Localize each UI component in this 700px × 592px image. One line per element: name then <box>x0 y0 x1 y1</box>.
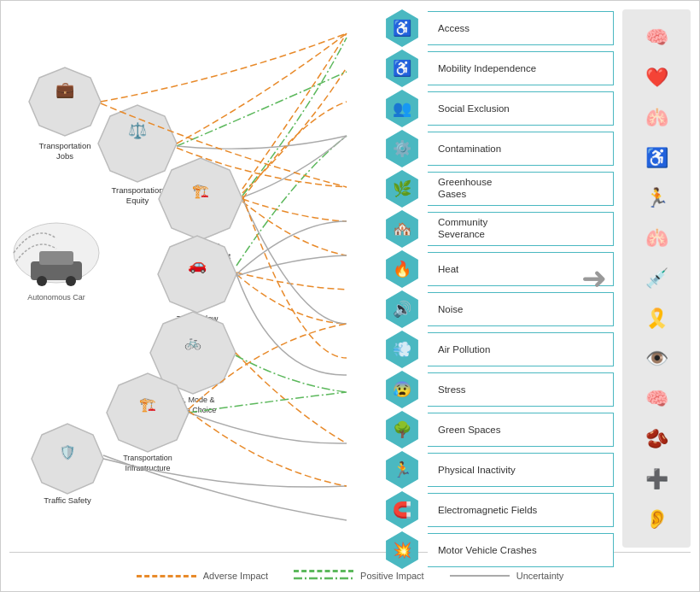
legend-adverse: Adverse Impact <box>137 571 268 581</box>
svg-rect-13 <box>31 261 82 280</box>
social-hex-icon: 👥 <box>383 90 421 127</box>
greenhouse-label: GreenhouseGases <box>428 172 614 206</box>
outcome-mobility: ♿ Mobility Independence <box>383 50 614 87</box>
positive-line <box>294 570 353 583</box>
air-pollution-hex-icon: 💨 <box>383 331 421 368</box>
svg-marker-8 <box>159 158 242 240</box>
svg-text:Equity: Equity <box>126 196 149 205</box>
community-hex-icon: 🏘️ <box>383 210 421 248</box>
adverse-label: Adverse Impact <box>203 571 268 581</box>
diagram-area: 💼 Transportation Jobs ⚖️ Transportation … <box>9 9 691 548</box>
wheelchair-icon: ♿ <box>638 139 675 177</box>
outcome-noise: 🔊 Noise <box>383 290 614 328</box>
neurology-icon: 🧠 <box>638 380 675 418</box>
arrow-right-icon: ➜ <box>581 261 607 296</box>
svg-text:Traffic Safety: Traffic Safety <box>44 495 91 505</box>
noise-label: Noise <box>428 292 614 326</box>
outcomes-panel: ♿ Access ♿ Mobility Independence 👥 Socia… <box>383 9 614 548</box>
outcome-physical-inactivity: 🏃 Physical Inactivity <box>383 451 614 489</box>
main-container: 💼 Transportation Jobs ⚖️ Transportation … <box>0 0 700 592</box>
physical-inactivity-label: Physical Inactivity <box>428 453 614 487</box>
ear-icon: 👂 <box>638 501 675 538</box>
svg-text:⚖️: ⚖️ <box>128 121 148 140</box>
brain-icon: 🧠 <box>638 19 675 56</box>
uncertainty-label: Uncertainty <box>516 571 564 581</box>
contamination-label: Contamination <box>428 132 614 166</box>
green-spaces-label: Green Spaces <box>428 413 614 447</box>
inhaler-icon: 💉 <box>638 260 675 297</box>
health-icons-panel: 🧠 ❤️ 🫁 ♿ 🏃 🫁 💉 🎗️ 👁️ 🧠 🫘 ➕ 👂 <box>622 9 691 548</box>
noise-hex-icon: 🔊 <box>383 290 421 328</box>
outcome-stress: 😰 Stress <box>383 371 614 408</box>
stress-label: Stress <box>428 372 614 407</box>
outcome-contamination: ⚙️ Contamination <box>383 130 614 167</box>
heat-hex-icon: 🔥 <box>383 250 421 288</box>
svg-marker-18 <box>158 236 236 313</box>
svg-rect-14 <box>39 251 73 265</box>
positive-label: Positive Impact <box>360 571 424 581</box>
svg-text:🚲: 🚲 <box>184 334 201 350</box>
svg-point-15 <box>37 276 47 286</box>
eye-icon: 👁️ <box>638 340 675 378</box>
physical-inactivity-hex-icon: 🏃 <box>383 451 421 489</box>
svg-marker-21 <box>150 312 236 394</box>
legend-uncertainty: Uncertainty <box>450 571 564 581</box>
obese-icon: 🏃 <box>638 179 675 217</box>
outcome-heat: 🔥 Heat <box>383 250 614 288</box>
legend-positive: Positive Impact <box>294 570 424 583</box>
outcome-electromagnetic: 🧲 Electromagnetic Fields <box>383 491 614 529</box>
contamination-hex-icon: ⚙️ <box>383 130 421 167</box>
adverse-line <box>137 575 196 577</box>
svg-text:🚗: 🚗 <box>188 255 207 274</box>
svg-text:Route Choice: Route Choice <box>170 406 217 414</box>
electromagnetic-hex-icon: 🧲 <box>383 491 421 529</box>
social-label: Social Exclusion <box>428 91 614 126</box>
svg-text:Transportation: Transportation <box>123 454 172 462</box>
outcome-green-spaces: 🌳 Green Spaces <box>383 411 614 448</box>
outcome-greenhouse: 🌿 GreenhouseGases <box>383 170 614 208</box>
crashes-hex-icon: 💥 <box>383 531 421 569</box>
svg-point-12 <box>14 223 99 283</box>
uncertainty-line <box>450 575 510 577</box>
outcome-crashes: 💥 Motor Vehicle Crashes <box>383 531 614 569</box>
svg-marker-4 <box>98 105 177 182</box>
stress-hex-icon: 😰 <box>383 371 421 408</box>
kidney-icon: 🫘 <box>638 420 675 458</box>
svg-text:🛡️: 🛡️ <box>59 444 76 460</box>
access-hex-icon: ♿ <box>383 9 421 47</box>
svg-text:Trip, Mode &: Trip, Mode & <box>171 396 214 404</box>
community-label: CommunitySeverance <box>428 212 614 246</box>
svg-text:Land Use &: Land Use & <box>180 242 220 250</box>
cross-icon: ➕ <box>638 460 675 498</box>
svg-text:Infrastructure: Infrastructure <box>125 464 170 472</box>
svg-text:🏗️: 🏗️ <box>192 183 209 199</box>
svg-text:Built Environment: Built Environment <box>171 252 231 261</box>
svg-text:Autonomous Car: Autonomous Car <box>27 293 85 302</box>
electromagnetic-label: Electromagnetic Fields <box>428 493 614 527</box>
svg-marker-25 <box>107 373 189 452</box>
lung-icon: 🫁 <box>638 220 675 257</box>
mobility-label: Mobility Independence <box>428 51 614 85</box>
outcome-social: 👥 Social Exclusion <box>383 90 614 127</box>
svg-marker-29 <box>32 424 103 494</box>
svg-text:Transportation: Transportation <box>112 185 164 195</box>
green-spaces-hex-icon: 🌳 <box>383 411 421 448</box>
hair-icon: 🫁 <box>638 99 675 137</box>
svg-marker-0 <box>29 67 101 136</box>
heart-icon: ❤️ <box>638 59 675 97</box>
svg-point-16 <box>66 276 76 286</box>
ribbon-icon: 🎗️ <box>638 300 675 337</box>
outcome-air-pollution: 💨 Air Pollution <box>383 331 614 368</box>
greenhouse-hex-icon: 🌿 <box>383 170 421 208</box>
mobility-hex-icon: ♿ <box>383 50 421 87</box>
svg-text:💼: 💼 <box>55 80 75 99</box>
svg-text:Jobs: Jobs <box>56 151 73 161</box>
crashes-label: Motor Vehicle Crashes <box>428 533 614 567</box>
outcome-access: ♿ Access <box>383 9 614 47</box>
access-label: Access <box>428 11 614 45</box>
svg-text:🏗️: 🏗️ <box>139 396 156 413</box>
svg-text:Traffic Flow: Traffic Flow <box>177 314 219 323</box>
svg-text:Transportation: Transportation <box>39 141 91 150</box>
outcome-community: 🏘️ CommunitySeverance <box>383 210 614 248</box>
air-pollution-label: Air Pollution <box>428 332 614 366</box>
